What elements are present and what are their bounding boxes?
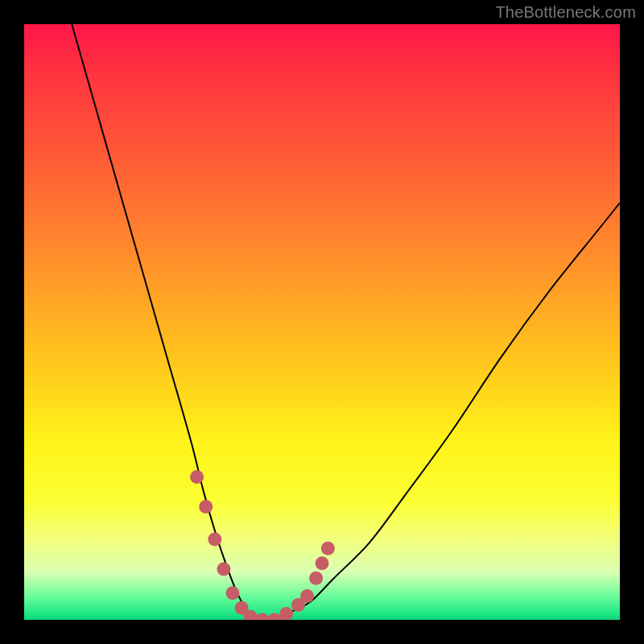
chart-frame: TheBottleneck.com (0, 0, 644, 644)
plot-area (24, 24, 620, 620)
curve-marker (309, 572, 323, 585)
bottleneck-curve (72, 24, 620, 620)
watermark-text: TheBottleneck.com (495, 3, 636, 22)
curve-marker (256, 613, 270, 621)
curve-marker (190, 470, 204, 484)
curve-marker (300, 589, 314, 603)
curve-marker (199, 500, 213, 514)
curve-marker (217, 563, 230, 576)
curve-marker (321, 542, 335, 555)
curve-marker (316, 556, 329, 570)
curve-layer (24, 24, 620, 620)
curve-marker (226, 586, 240, 600)
bottleneck-curve-path (72, 24, 620, 620)
curve-marker (279, 607, 293, 620)
curve-marker (208, 533, 221, 547)
curve-marker (267, 613, 281, 621)
curve-markers (190, 470, 335, 620)
